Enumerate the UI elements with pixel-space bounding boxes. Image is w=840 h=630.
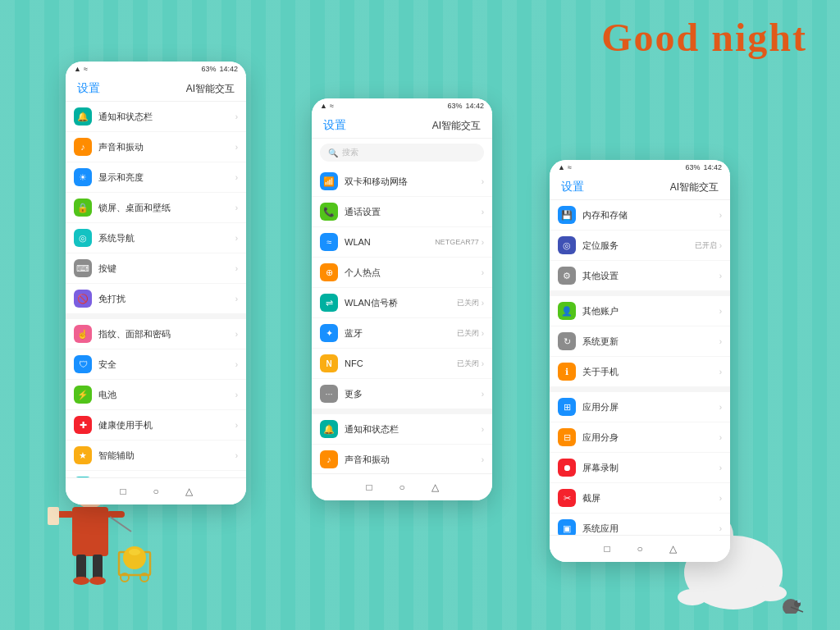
time-right: 14:42	[703, 163, 722, 171]
sysapp-icon: ▣	[558, 519, 576, 535]
list-item[interactable]: 📞 通话设置 ›	[312, 197, 492, 227]
list-item[interactable]: 📶 双卡和移动网络 ›	[312, 167, 492, 197]
nav-square-left[interactable]: □	[116, 485, 130, 498]
svg-point-10	[89, 577, 106, 585]
list-item[interactable]: ✚ 健康使用手机 ›	[66, 410, 246, 441]
screenshot-icon: ✂	[558, 489, 576, 507]
nav-circle-middle[interactable]: ○	[395, 481, 409, 494]
item-label: 免打扰	[98, 293, 235, 305]
list-item[interactable]: 🔔 通知和状态栏 ›	[312, 414, 492, 445]
signal-icon-middle: ▲	[320, 102, 327, 110]
item-label: NFC	[345, 358, 457, 368]
time-left: 14:42	[219, 65, 238, 73]
item-label: 显示和亮度	[98, 171, 235, 184]
list-item[interactable]: ★ 智能辅助 ›	[66, 441, 246, 471]
item-label: 定位服务	[582, 240, 695, 252]
svg-rect-7	[76, 555, 86, 579]
item-label: 截屏	[582, 492, 719, 504]
nav-back-right[interactable]: △	[666, 542, 679, 555]
svg-line-13	[110, 517, 131, 532]
list-item[interactable]: N NFC 已关闭 ›	[312, 349, 492, 379]
list-item[interactable]: ↻ 系统更新 ›	[550, 326, 730, 357]
sim-icon: 📶	[320, 172, 338, 190]
signal-icon-left: ▲	[74, 65, 81, 73]
nav-square-right[interactable]: □	[600, 542, 614, 555]
svg-point-34	[797, 600, 801, 603]
more-icon: ···	[320, 385, 338, 403]
list-item[interactable]: ··· 更多 ›	[312, 379, 492, 409]
list-item[interactable]: ▣ 系统应用 ›	[550, 514, 730, 535]
list-item[interactable]: ◎ 系统导航 ›	[66, 223, 246, 253]
time-middle: 14:42	[465, 102, 484, 110]
wlan-icon: ≈	[320, 233, 338, 251]
item-label: 智能辅助	[98, 450, 235, 462]
list-item[interactable]: ♪ 声音和振动 ›	[312, 445, 492, 473]
list-item[interactable]: ⚡ 电池 ›	[66, 380, 246, 410]
list-item[interactable]: 🛡 安全 ›	[66, 349, 246, 380]
about-icon: ℹ	[558, 363, 576, 381]
status-icons-right: ▲ ≈	[558, 163, 572, 171]
list-item[interactable]: ✂ 截屏 ›	[550, 483, 730, 514]
other-settings-icon: ⚙	[558, 267, 576, 285]
phone-left-header: 设置 AI智能交互	[66, 76, 246, 102]
nav-back-left[interactable]: △	[182, 485, 195, 498]
nav-circle-right[interactable]: ○	[633, 542, 646, 555]
item-label: 更多	[345, 388, 482, 400]
list-item[interactable]: ◎ 定位服务 已开启 ›	[550, 231, 730, 261]
smart-icon: ★	[74, 446, 92, 464]
phone-middle-title: 设置	[323, 118, 346, 133]
phone-middle-settings-list: 📶 双卡和移动网络 › 📞 通话设置 › ≈ WLAN NETGEAR77 › …	[312, 167, 492, 473]
list-item[interactable]: ⌨ 按键 ›	[66, 253, 246, 284]
item-label: 其他设置	[582, 270, 719, 282]
item-label: WLAN信号桥	[345, 297, 457, 309]
nav-square-middle[interactable]: □	[363, 481, 376, 494]
nav-circle-left[interactable]: ○	[149, 485, 162, 498]
battery-time-left: 63% 14:42	[201, 65, 238, 73]
list-item[interactable]: ⚙ 应用和权限管理 ›	[66, 471, 246, 477]
list-item[interactable]: ⚙ 其他设置 ›	[550, 261, 730, 291]
item-label: 关于手机	[582, 366, 719, 378]
search-bar-middle[interactable]: 🔍 搜索	[320, 144, 484, 162]
item-label: 应用分身	[582, 431, 719, 444]
item-label: 系统应用	[582, 523, 719, 535]
phone-right-nav-bar: □ ○ △	[550, 535, 730, 562]
list-item[interactable]: ⊕ 个人热点 ›	[312, 258, 492, 288]
nav-back-middle[interactable]: △	[428, 481, 441, 494]
phone-middle-status-bar: ▲ ≈ 63% 14:42	[312, 98, 492, 113]
list-item[interactable]: ⇌ WLAN信号桥 已关闭 ›	[312, 288, 492, 318]
list-item[interactable]: ✦ 蓝牙 已关闭 ›	[312, 318, 492, 349]
list-item[interactable]: 💾 内存和存储 ›	[550, 200, 730, 231]
finger-icon: ☝	[74, 325, 92, 343]
item-label: 按键	[98, 262, 235, 275]
item-label: 应用分屏	[582, 401, 719, 413]
battery-right: 63%	[685, 163, 700, 171]
item-label: 通知和状态栏	[98, 111, 235, 123]
wifi-icon-right: ≈	[568, 163, 572, 171]
list-item[interactable]: ℹ 关于手机 ›	[550, 357, 730, 387]
list-item[interactable]: ♪ 声音和振动 ›	[66, 132, 246, 162]
sound-icon2: ♪	[320, 450, 338, 468]
account-icon: 👤	[558, 302, 576, 320]
item-label: 锁屏、桌面和壁纸	[98, 202, 235, 214]
item-label: WLAN	[345, 237, 435, 247]
list-item[interactable]: 👤 其他账户 ›	[550, 296, 730, 326]
svg-point-30	[678, 589, 707, 605]
list-item[interactable]: ≈ WLAN NETGEAR77 ›	[312, 227, 492, 258]
list-item[interactable]: ⊞ 应用分屏 ›	[550, 392, 730, 422]
item-label: 其他账户	[582, 305, 719, 317]
list-item[interactable]: 🚫 免打扰 ›	[66, 284, 246, 314]
list-item[interactable]: ☀ 显示和亮度 ›	[66, 162, 246, 193]
list-item[interactable]: ⏺ 屏幕录制 ›	[550, 453, 730, 483]
item-label: 屏幕录制	[582, 462, 719, 474]
list-item[interactable]: 🔔 通知和状态栏 ›	[66, 102, 246, 132]
list-item[interactable]: ⊟ 应用分身 ›	[550, 422, 730, 453]
phone-right-title: 设置	[561, 180, 584, 194]
sound-icon: ♪	[74, 138, 92, 156]
phone-left-nav-bar: □ ○ △	[66, 477, 246, 504]
list-item[interactable]: 🔒 锁屏、桌面和壁纸 ›	[66, 193, 246, 223]
splitscreen-icon: ⊞	[558, 398, 576, 416]
list-item[interactable]: ☝ 指纹、面部和密码 ›	[66, 319, 246, 349]
phone-left-ai-title: AI智能交互	[186, 82, 235, 96]
item-label: 声音和振动	[98, 141, 235, 153]
battery-time-middle: 63% 14:42	[447, 102, 484, 110]
